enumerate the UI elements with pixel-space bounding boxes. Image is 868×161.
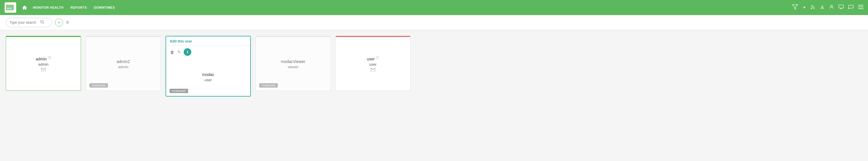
nav-links: MONITOR HEALTH REPORTS DOWNTIMES [33,6,115,9]
edit-popup-title: Edit this user [166,36,250,45]
user-card-role: admin [38,62,48,66]
filter-icon[interactable] [792,4,798,11]
user-card-name: modac [202,71,214,78]
topnav-right: ▼ [792,4,863,11]
chevron-down-icon[interactable]: ▼ [803,5,806,9]
search-box[interactable] [6,18,52,27]
search-icon[interactable] [40,20,44,25]
svg-point-5 [831,5,832,7]
user-card-admin[interactable]: admin ⓘ admin [6,36,81,91]
svg-point-7 [41,21,43,23]
user-cards-container: admin ⓘ admin admin2 admin modacweb Edit… [0,30,868,102]
user-count-badge: 1 [184,48,191,56]
delete-icon[interactable]: 🗑 [170,50,175,55]
info-icon[interactable]: ⓘ [376,56,379,59]
user-card-name: modacViewer [281,58,306,65]
user-card-role: viewer [288,65,299,69]
user-card-name: admin ⓘ [36,55,51,62]
user-card-user[interactable]: user ⓘ user [335,36,410,91]
nav-monitor-health[interactable]: MONITOR HEALTH [33,6,64,9]
user-card-modac[interactable]: Edit this user 🗑 ✎ 1 modac user modacweb [165,36,251,97]
monitor-icon[interactable] [838,5,844,10]
search-input[interactable] [9,21,38,25]
add-button[interactable]: + [55,19,63,27]
chat-icon[interactable] [848,5,854,10]
topnav: MUG SOFT MONITOR HEALTH REPORTS DOWNTIME… [0,0,868,15]
toolbar: + ≡ [0,15,868,30]
nav-downtimes[interactable]: DOWNTIMES [94,6,115,9]
svg-rect-6 [839,5,843,8]
home-nav-icon[interactable] [22,5,27,10]
user-card-admin2[interactable]: admin2 admin modacweb [86,36,161,91]
mail-icon[interactable] [41,68,46,72]
svg-text:SOFT: SOFT [6,10,10,11]
hamburger-icon[interactable] [858,5,863,10]
user-card-role: user [205,78,212,82]
svg-text:MUG: MUG [7,7,12,9]
user-card-tag: modacweb [169,89,188,93]
svg-point-4 [811,8,812,9]
nav-reports[interactable]: REPORTS [71,6,87,9]
mail-icon[interactable] [371,68,375,72]
user-card-role: admin [118,65,128,69]
user-card-modacviewer[interactable]: modacViewer viewer modacweb [255,36,331,91]
user-card-name: user ⓘ [367,55,379,62]
rss-icon[interactable] [811,5,815,10]
user-card-tag: modacweb [89,83,108,88]
user-icon[interactable] [829,5,834,10]
info-icon[interactable]: ⓘ [48,56,51,59]
edit-popup-actions: 🗑 ✎ 1 [166,45,250,58]
download-icon[interactable] [820,5,825,10]
user-card-role: user [369,62,376,66]
edit-icon[interactable]: ✎ [177,50,181,54]
list-menu-icon[interactable]: ≡ [66,19,69,26]
user-card-tag: modacweb [259,83,278,88]
app-logo: MUG SOFT [5,2,16,13]
user-card-name: admin2 [117,58,130,65]
